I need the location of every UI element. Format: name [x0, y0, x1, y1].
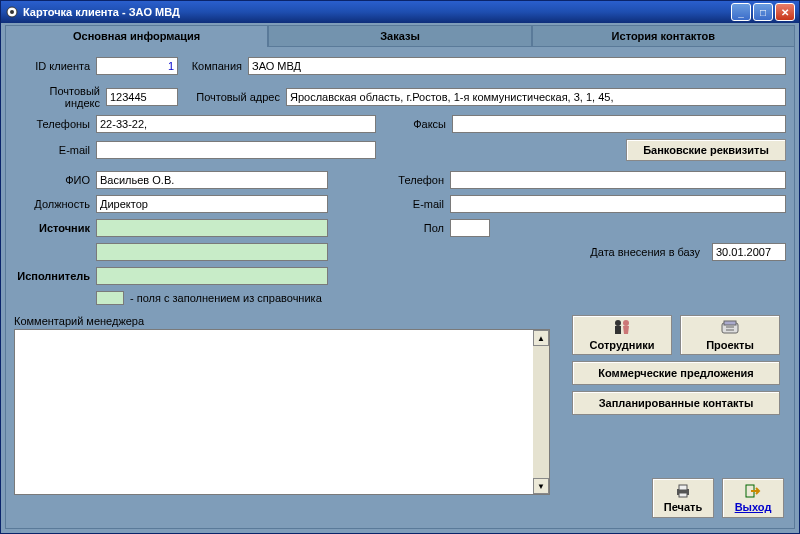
svg-point-2: [615, 320, 621, 326]
label-postaddr: Почтовый адрес: [178, 91, 286, 103]
minimize-button[interactable]: _: [731, 3, 751, 21]
svg-rect-3: [615, 326, 621, 334]
legend-swatch: [96, 291, 124, 305]
label-phones: Телефоны: [14, 118, 96, 130]
svg-point-4: [623, 320, 629, 326]
email-field[interactable]: [96, 141, 376, 159]
employees-button[interactable]: Сотрудники: [572, 315, 672, 355]
window-title: Карточка клиента - ЗАО МВД: [23, 6, 731, 18]
people-icon: [613, 319, 631, 337]
source-field[interactable]: [96, 219, 328, 237]
comment-textarea[interactable]: [14, 329, 550, 495]
label-date-added: Дата внесения в базу: [590, 246, 706, 258]
rolodex-icon: [720, 319, 740, 337]
tab-orders[interactable]: Заказы: [268, 25, 531, 47]
exit-icon: [745, 484, 761, 500]
date-added-field[interactable]: [712, 243, 786, 261]
projects-button[interactable]: Проекты: [680, 315, 780, 355]
label-position: Должность: [14, 198, 96, 210]
executor-field[interactable]: [96, 267, 328, 285]
client-area: Основная информация Заказы История конта…: [5, 25, 795, 529]
label-comment: Комментарий менеджера: [14, 315, 550, 327]
tab-strip: Основная информация Заказы История конта…: [5, 25, 795, 47]
printer-icon: [674, 484, 692, 500]
scroll-down-button[interactable]: ▼: [533, 478, 549, 494]
label-email2: E-mail: [328, 198, 450, 210]
label-executor: Исполнитель: [14, 270, 96, 282]
svg-rect-6: [724, 321, 736, 325]
fio-field[interactable]: [96, 171, 328, 189]
maximize-button[interactable]: □: [753, 3, 773, 21]
phones-field[interactable]: [96, 115, 376, 133]
bank-details-button[interactable]: Банковские реквизиты: [626, 139, 786, 161]
legend-text: - поля с заполнением из справочника: [130, 292, 322, 304]
exit-button[interactable]: Выход: [722, 478, 784, 518]
label-phone: Телефон: [328, 174, 450, 186]
company-field[interactable]: [248, 57, 786, 75]
label-postcode: Почтовый индекс: [14, 85, 106, 109]
source-extra-field[interactable]: [96, 243, 328, 261]
phone-field[interactable]: [450, 171, 786, 189]
gender-field[interactable]: [450, 219, 490, 237]
textarea-scrollbar[interactable]: ▲ ▼: [533, 330, 549, 494]
svg-point-1: [10, 10, 14, 14]
label-client-id: ID клиента: [14, 60, 96, 72]
svg-rect-10: [679, 485, 687, 490]
client-id-field[interactable]: [96, 57, 178, 75]
label-gender: Пол: [328, 222, 450, 234]
tab-content: ID клиента Компания Почтовый индекс Почт…: [5, 47, 795, 529]
postcode-field[interactable]: [106, 88, 178, 106]
email2-field[interactable]: [450, 195, 786, 213]
label-fio: ФИО: [14, 174, 96, 186]
label-source: Источник: [14, 222, 96, 234]
faxes-field[interactable]: [452, 115, 786, 133]
label-email: E-mail: [14, 144, 96, 156]
tab-contact-history[interactable]: История контактов: [532, 25, 795, 47]
close-button[interactable]: ✕: [775, 3, 795, 21]
label-company: Компания: [178, 60, 248, 72]
position-field[interactable]: [96, 195, 328, 213]
svg-rect-11: [679, 493, 687, 497]
commercial-offers-button[interactable]: Коммерческие предложения: [572, 361, 780, 385]
postaddr-field[interactable]: [286, 88, 786, 106]
print-button[interactable]: Печать: [652, 478, 714, 518]
app-window: Карточка клиента - ЗАО МВД _ □ ✕ Основна…: [0, 0, 800, 534]
scroll-track[interactable]: [533, 346, 549, 478]
window-controls: _ □ ✕: [731, 3, 795, 21]
scroll-up-button[interactable]: ▲: [533, 330, 549, 346]
planned-contacts-button[interactable]: Запланированные контакты: [572, 391, 780, 415]
titlebar: Карточка клиента - ЗАО МВД _ □ ✕: [1, 1, 799, 23]
app-icon: [5, 5, 19, 19]
label-faxes: Факсы: [376, 118, 452, 130]
tab-main-info[interactable]: Основная информация: [5, 25, 268, 47]
